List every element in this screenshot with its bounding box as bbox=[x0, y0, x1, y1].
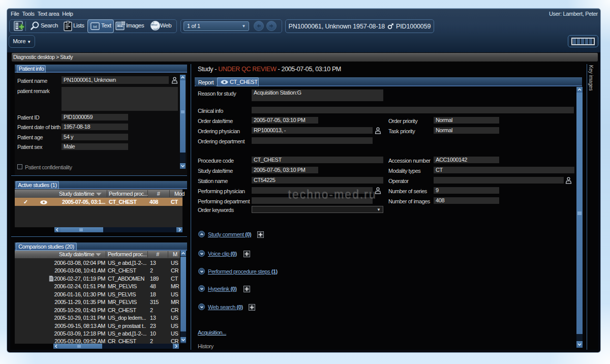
svg-text:txt: txt bbox=[93, 25, 97, 28]
